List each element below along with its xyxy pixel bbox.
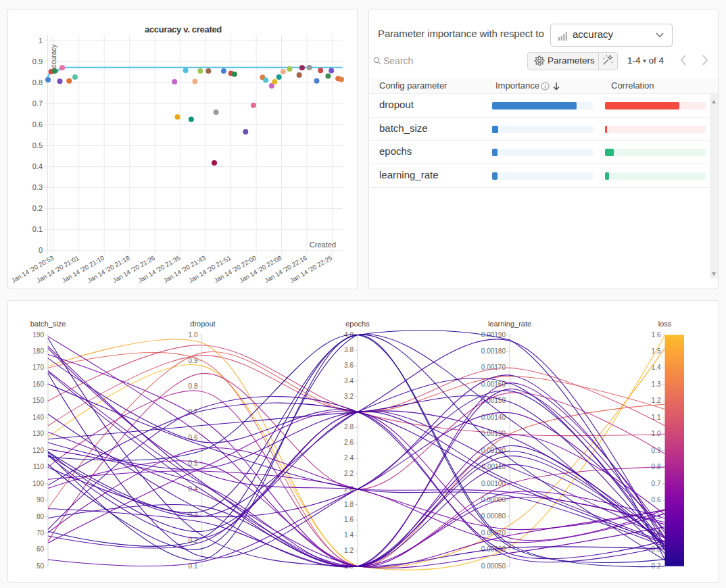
svg-text:1.0: 1.0 [652,430,661,437]
svg-text:1.6: 1.6 [652,331,661,339]
svg-text:dropout: dropout [190,320,215,328]
svg-text:0.4: 0.4 [32,162,43,170]
svg-text:0.7: 0.7 [652,480,661,487]
svg-text:120: 120 [32,447,44,454]
svg-text:60: 60 [37,545,45,553]
svg-text:loss: loss [658,320,672,328]
svg-text:Jan 14 '20 21:26: Jan 14 '20 21:26 [112,254,157,285]
svg-text:learning_rate: learning_rate [488,320,531,328]
svg-text:1.6: 1.6 [344,516,354,523]
svg-text:batch_size: batch_size [30,320,66,328]
svg-text:3.8: 3.8 [344,346,354,353]
svg-text:2.2: 2.2 [344,470,354,477]
svg-text:1.0: 1.0 [189,331,198,339]
svg-text:Jan 14 '20 22:08: Jan 14 '20 22:08 [238,254,283,285]
svg-text:0.00050: 0.00050 [481,562,506,570]
svg-text:0.2: 0.2 [32,204,43,212]
svg-text:Created: Created [310,241,336,249]
svg-text:Jan 14 '20 22:16: Jan 14 '20 22:16 [263,254,308,285]
svg-text:0.6: 0.6 [652,496,661,504]
svg-text:Jan 14 '20 21:01: Jan 14 '20 21:01 [35,254,80,285]
svg-text:Jan 14 '20 21:10: Jan 14 '20 21:10 [61,254,106,285]
svg-text:0.8: 0.8 [189,383,198,390]
svg-text:1.2: 1.2 [652,397,661,404]
svg-text:130: 130 [32,430,44,437]
svg-text:Jan 14 '20 22:00: Jan 14 '20 22:00 [212,254,258,285]
svg-text:140: 140 [32,414,44,421]
svg-text:2.8: 2.8 [344,423,354,431]
svg-text:Jan 14 '20 21:43: Jan 14 '20 21:43 [162,254,207,285]
svg-text:0: 0 [39,246,43,254]
svg-text:Jan 14 '20 20:53: Jan 14 '20 20:53 [10,254,55,285]
svg-text:3.4: 3.4 [344,377,354,385]
svg-text:Jan 14 '20 21:18: Jan 14 '20 21:18 [86,254,131,285]
svg-text:accuracy v. created: accuracy v. created [145,24,222,34]
svg-text:0.7: 0.7 [32,99,43,107]
svg-text:110: 110 [33,463,44,470]
svg-text:0.5: 0.5 [189,460,198,467]
svg-text:2.4: 2.4 [344,454,354,462]
svg-text:0.1: 0.1 [32,225,43,233]
svg-text:150: 150 [32,397,44,404]
svg-text:Jan 14 '20 21:51: Jan 14 '20 21:51 [187,254,233,285]
svg-text:80: 80 [37,513,45,520]
svg-text:100: 100 [32,480,44,487]
svg-text:90: 90 [37,496,45,504]
svg-text:Jan 14 '20 21:35: Jan 14 '20 21:35 [137,254,182,285]
svg-text:epochs: epochs [345,320,370,328]
svg-text:1.3: 1.3 [652,381,661,388]
svg-text:0.3: 0.3 [32,183,43,191]
svg-text:0.9: 0.9 [32,57,43,66]
svg-text:70: 70 [37,529,45,537]
svg-text:0.00140: 0.00140 [481,414,506,421]
svg-text:1.8: 1.8 [344,501,354,508]
svg-text:0.5: 0.5 [32,141,43,149]
svg-text:0.00160: 0.00160 [481,381,506,388]
svg-text:3.2: 3.2 [344,393,354,400]
svg-text:160: 160 [32,381,44,388]
svg-text:180: 180 [32,347,44,355]
svg-text:Jan 14 '20 22:25: Jan 14 '20 22:25 [289,254,334,285]
svg-text:0.6: 0.6 [32,120,43,128]
svg-text:0.2: 0.2 [652,562,661,570]
svg-text:1.4: 1.4 [344,531,354,539]
svg-text:accuracy: accuracy [50,45,57,72]
svg-text:1.2: 1.2 [344,547,354,554]
svg-text:0.00080: 0.00080 [481,512,506,520]
svg-text:0.00180: 0.00180 [481,347,506,355]
svg-text:190: 190 [32,331,44,339]
svg-text:2.6: 2.6 [344,439,354,446]
svg-text:50: 50 [37,562,45,570]
svg-text:3.6: 3.6 [344,362,354,369]
svg-text:1: 1 [39,36,43,45]
svg-text:0.8: 0.8 [32,78,43,87]
svg-text:170: 170 [32,364,44,371]
